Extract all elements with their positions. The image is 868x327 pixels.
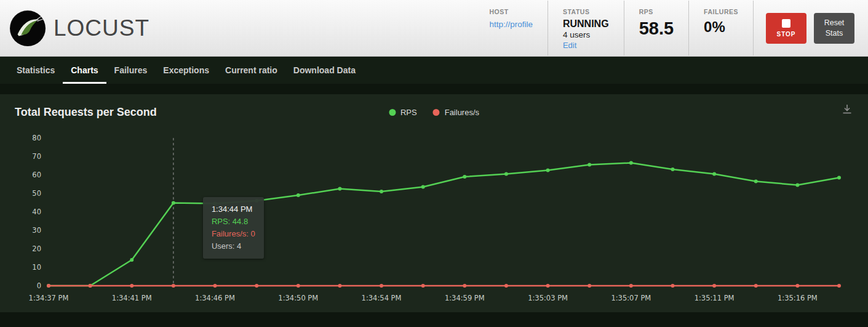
svg-text:30: 30 [32, 226, 41, 235]
svg-text:1:35:03 PM: 1:35:03 PM [528, 294, 568, 302]
chart-panel: Total Requests per Second RPS Failures/s… [0, 94, 868, 312]
tab-charts[interactable]: Charts [63, 57, 106, 84]
svg-text:40: 40 [32, 208, 41, 216]
header-buttons: STOP Reset Stats [754, 13, 854, 44]
locust-insect-icon [10, 10, 46, 46]
svg-text:1:34:46 PM: 1:34:46 PM [195, 294, 235, 302]
rps-value: 58.5 [639, 18, 674, 39]
chart-legend: RPS Failures/s [389, 108, 479, 117]
status-label: STATUS [563, 8, 609, 15]
tab-exceptions[interactable]: Exceptions [155, 57, 217, 84]
rps-legend-label: RPS [400, 108, 417, 117]
failures-legend-dot-icon [433, 109, 440, 116]
host-link[interactable]: http://profile [489, 20, 533, 29]
legend-item-failures[interactable]: Failures/s [433, 108, 479, 117]
svg-text:0: 0 [37, 281, 41, 290]
svg-text:80: 80 [32, 134, 41, 142]
brand-name: LOCUST [54, 15, 149, 41]
svg-text:60: 60 [32, 171, 41, 179]
stop-icon [782, 19, 790, 28]
status-users: 4 users [563, 30, 609, 39]
rps-line-chart[interactable]: 010203040506070801:34:37 PM1:34:41 PM1:3… [15, 129, 851, 307]
main-content: Total Requests per Second RPS Failures/s… [0, 84, 868, 327]
svg-text:1:34:41 PM: 1:34:41 PM [112, 294, 152, 302]
svg-text:10: 10 [32, 263, 41, 272]
failures-label: FAILURES [704, 8, 738, 15]
rps-label: RPS [639, 8, 674, 15]
svg-text:1:34:59 PM: 1:34:59 PM [445, 294, 485, 302]
brand: LOCUST [10, 10, 149, 46]
svg-text:70: 70 [32, 152, 41, 161]
main-nav: Statistics Charts Failures Exceptions Cu… [0, 57, 868, 84]
chart-header: Total Requests per Second RPS Failures/s [15, 103, 853, 121]
rps-info: RPS 58.5 [624, 1, 689, 55]
tab-failures[interactable]: Failures [106, 57, 156, 84]
host-info: HOST http://profile [474, 1, 548, 55]
svg-text:1:35:11 PM: 1:35:11 PM [695, 294, 735, 302]
chart-title: Total Requests per Second [15, 106, 157, 119]
svg-text:1:35:16 PM: 1:35:16 PM [778, 294, 818, 302]
failures-value: 0% [704, 18, 738, 36]
stop-button-label: STOP [776, 31, 795, 38]
host-label: HOST [489, 8, 533, 15]
svg-text:1:34:54 PM: 1:34:54 PM [362, 294, 402, 302]
locust-logo-icon [10, 10, 46, 46]
svg-text:50: 50 [32, 189, 41, 198]
chart-area: 010203040506070801:34:37 PM1:34:41 PM1:3… [15, 129, 853, 310]
header-stats: HOST http://profile STATUS RUNNING 4 use… [474, 1, 754, 55]
reset-stats-button[interactable]: Reset Stats [814, 13, 854, 44]
svg-text:1:34:50 PM: 1:34:50 PM [278, 294, 318, 302]
failures-legend-label: Failures/s [445, 108, 479, 117]
status-value: RUNNING [563, 18, 609, 30]
failures-info: FAILURES 0% [689, 1, 754, 55]
svg-text:1:35:07 PM: 1:35:07 PM [611, 294, 651, 302]
legend-item-rps[interactable]: RPS [389, 108, 417, 117]
svg-text:1:34:37 PM: 1:34:37 PM [29, 294, 69, 302]
tab-statistics[interactable]: Statistics [9, 57, 63, 84]
rps-legend-dot-icon [389, 109, 396, 116]
status-info: STATUS RUNNING 4 users Edit [548, 1, 624, 55]
svg-text:20: 20 [32, 244, 41, 253]
tab-download-data[interactable]: Download Data [285, 57, 364, 84]
header: LOCUST HOST http://profile STATUS RUNNIN… [0, 0, 868, 57]
stop-button[interactable]: STOP [766, 13, 806, 44]
tab-current-ratio[interactable]: Current ratio [217, 57, 285, 84]
download-chart-icon[interactable] [841, 103, 853, 118]
edit-users-link[interactable]: Edit [563, 41, 576, 50]
